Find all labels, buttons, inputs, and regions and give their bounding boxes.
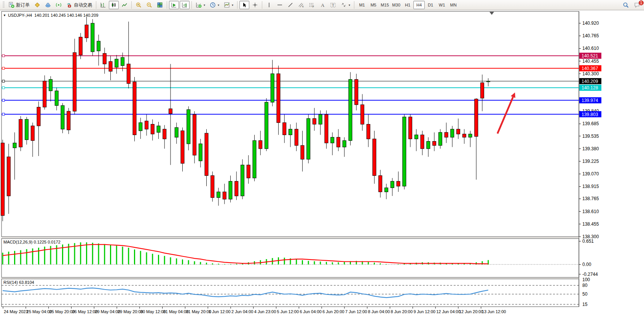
candle-body	[151, 124, 154, 134]
candle-body	[25, 119, 29, 140]
templates-button[interactable]: ▾	[222, 1, 235, 9]
candle-body	[145, 121, 148, 129]
line-chart-mode-button[interactable]	[120, 1, 129, 9]
candle-body	[283, 123, 286, 135]
timeframe-m30-button[interactable]: M30	[391, 1, 402, 9]
candle-body	[319, 115, 322, 124]
bar-chart-mode-button[interactable]	[98, 1, 108, 9]
chat-button[interactable]: 1	[632, 1, 642, 9]
auto-trading-label: 自动交易	[74, 2, 92, 8]
price-tick-label: 139.225	[582, 159, 599, 164]
candle-body	[271, 74, 274, 102]
timeframe-m5-button[interactable]: M5	[368, 1, 379, 9]
search-button[interactable]	[621, 1, 631, 9]
horizontal-line-tool-button[interactable]	[275, 1, 285, 9]
timeframe-d1-button[interactable]: D1	[425, 1, 436, 9]
candle-body	[289, 129, 292, 135]
price-tick-label: 138.455	[582, 221, 599, 227]
toolbar-grip[interactable]	[3, 2, 5, 8]
price-tick-label: 140.300	[582, 71, 599, 76]
timeframe-w1-button[interactable]: W1	[436, 1, 448, 9]
equidistant-channel-tool-button[interactable]: E	[296, 1, 306, 9]
symbol-period-label: USDJPY-,H4	[8, 13, 32, 18]
candle-body	[277, 74, 280, 123]
candle-body	[253, 140, 256, 178]
arrows-tool-button[interactable]: ▾	[339, 1, 352, 9]
new-order-label: 新订单	[16, 2, 30, 8]
rsi-indicator-label: RSI(14) 63.8104	[3, 280, 34, 285]
tile-windows-button[interactable]	[155, 1, 165, 9]
virtual-hosting-icon	[45, 2, 51, 8]
time-label: 2 Jun 04:00	[231, 309, 253, 314]
candle-body	[157, 126, 160, 132]
timeframe-h4-button[interactable]: H4	[413, 1, 425, 9]
signals-button[interactable]	[54, 1, 64, 9]
candle-body	[427, 141, 430, 148]
candle-body	[211, 175, 214, 197]
time-label: 24 May 2023	[4, 309, 28, 314]
hline-handle	[2, 113, 5, 115]
search-icon	[623, 2, 629, 8]
timeframe-h1-button[interactable]: H1	[402, 1, 413, 9]
candle-body	[121, 57, 124, 65]
timeframe-m1-button[interactable]: M1	[356, 1, 368, 9]
candle-body	[409, 117, 412, 139]
zoom-in-button[interactable]	[134, 1, 143, 9]
vertical-line-icon	[266, 2, 272, 8]
candle-body	[127, 64, 130, 83]
auto-scroll-button[interactable]	[169, 1, 179, 9]
auto-trading-button[interactable]: 自动交易	[64, 1, 94, 9]
toolbar-separator	[96, 1, 96, 9]
cursor-tool-button[interactable]	[239, 1, 249, 9]
svg-text:F: F	[312, 5, 314, 8]
templates-icon	[224, 2, 230, 8]
candle-body	[301, 145, 304, 159]
candle-body	[445, 132, 448, 137]
svg-text:A: A	[321, 2, 325, 8]
time-label: 6 Jun 20:00	[322, 309, 344, 314]
price-badge-label: 140.367	[582, 66, 598, 71]
price-badge-label: 139.974	[582, 98, 598, 103]
indicators-button[interactable]: ▾	[194, 1, 207, 9]
time-label: 8 Jun 20:00	[391, 309, 413, 314]
candle-body	[486, 81, 490, 82]
hline-handle	[2, 80, 5, 82]
candlestick-mode-button[interactable]	[109, 1, 119, 9]
virtual-hosting-button[interactable]	[43, 1, 53, 9]
arrows-icon	[341, 2, 347, 8]
main-toolbar: 新订单 自动交易 ▾ ▾	[0, 0, 644, 10]
crosshair-tool-button[interactable]	[250, 1, 260, 9]
timeframe-m15-button[interactable]: M15	[379, 1, 391, 9]
vertical-line-tool-button[interactable]	[264, 1, 274, 9]
price-tick-label: 140.765	[582, 33, 599, 38]
candle-body	[43, 81, 46, 107]
time-label: 31 May 04:00	[163, 309, 189, 314]
time-label: 1 Jun 12:00	[209, 309, 231, 314]
mql-community-button[interactable]	[32, 1, 42, 9]
chart-canvas[interactable]: 140.920140.765140.610140.455140.300139.8…	[0, 11, 644, 320]
fibonacci-tool-button[interactable]: F	[307, 1, 317, 9]
price-tick-label: 138.610	[582, 209, 599, 214]
periods-button[interactable]: ▾	[208, 1, 221, 9]
text-label-tool-button[interactable]: T	[328, 1, 338, 9]
candle-body	[373, 139, 376, 175]
macd-axis-label: 0.00	[582, 262, 591, 267]
candle-body	[325, 115, 328, 143]
price-tick-label: 139.380	[582, 146, 599, 151]
zoom-out-button[interactable]	[144, 1, 154, 9]
candle-body	[247, 165, 250, 178]
timeframe-mn-button[interactable]: MN	[448, 1, 459, 9]
zoom-out-icon	[146, 2, 152, 8]
chart-window[interactable]: 140.920140.765140.610140.455140.300139.8…	[0, 11, 644, 320]
new-order-button[interactable]: 新订单	[6, 1, 32, 9]
chart-menu-arrow-icon[interactable]: ▼	[3, 14, 6, 17]
text-tool-button[interactable]: A	[317, 1, 327, 9]
price-pane	[2, 11, 579, 237]
trendline-tool-button[interactable]	[285, 1, 295, 9]
candle-body	[307, 119, 310, 159]
candle-body	[85, 25, 88, 38]
time-label: 5 Jun 12:00	[277, 309, 299, 314]
zoom-in-icon	[135, 2, 142, 8]
price-tick-label: 139.070	[582, 171, 599, 177]
chart-shift-button[interactable]	[180, 1, 190, 9]
